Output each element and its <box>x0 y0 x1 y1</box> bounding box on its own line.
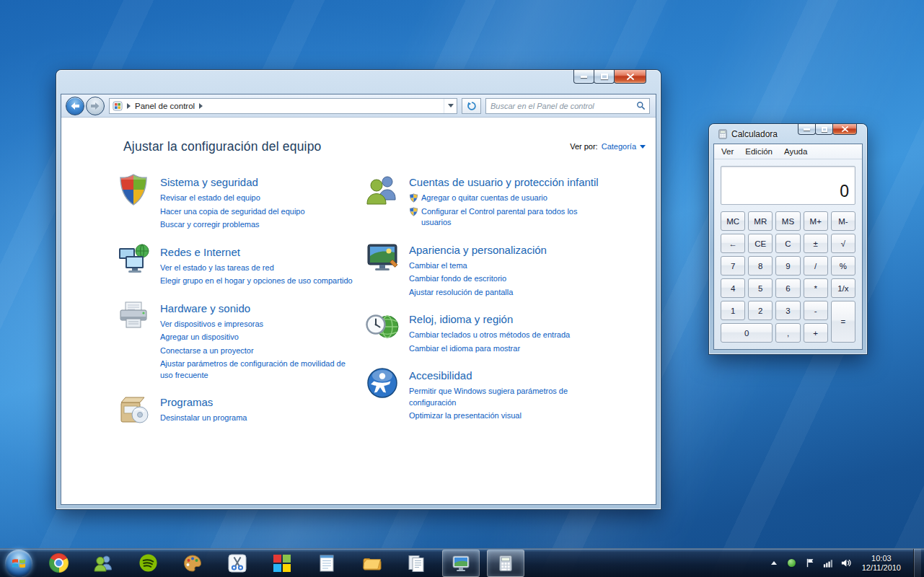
printer-icon[interactable] <box>116 299 151 333</box>
network-button[interactable] <box>822 558 834 569</box>
menu-ver[interactable]: Ver <box>716 145 739 158</box>
key-mc[interactable]: MC <box>721 211 745 231</box>
security-shield-icon[interactable] <box>116 172 151 207</box>
key-divide[interactable]: / <box>804 256 828 276</box>
taskbar-button-snipping-tool[interactable] <box>219 550 256 577</box>
volume-button[interactable] <box>840 558 852 569</box>
taskbar-button-chrome[interactable] <box>40 550 77 577</box>
task-link[interactable]: Optimizar la presentación visual <box>409 410 605 422</box>
key-reciprocal[interactable]: 1/x <box>831 278 855 298</box>
taskbar-button-spotify[interactable] <box>129 550 167 577</box>
category-title[interactable]: Programas <box>160 395 356 409</box>
key-negate[interactable]: ± <box>804 234 828 253</box>
taskbar-button-wordpad[interactable] <box>397 550 435 577</box>
task-link[interactable]: Cambiar el idioma para mostrar <box>409 343 605 355</box>
breadcrumb[interactable]: Panel de control <box>109 98 457 114</box>
taskbar-button-notepad[interactable] <box>308 550 346 577</box>
refresh-button[interactable] <box>462 98 481 114</box>
key-3[interactable]: 3 <box>775 301 800 320</box>
task-link[interactable]: Conectarse a un proyector <box>160 345 356 357</box>
back-button[interactable] <box>66 97 84 115</box>
key-6[interactable]: 6 <box>775 278 800 298</box>
category-title[interactable]: Apariencia y personalización <box>409 243 605 257</box>
task-link[interactable]: Buscar y corregir problemas <box>160 219 356 231</box>
chevron-down-icon[interactable] <box>640 145 646 149</box>
task-link[interactable]: Ver el estado y las tareas de red <box>160 263 356 274</box>
taskbar-button-explorer[interactable] <box>353 550 390 577</box>
key-9[interactable]: 9 <box>775 256 800 276</box>
maximize-button[interactable] <box>594 70 615 84</box>
key-equals[interactable]: = <box>831 301 855 343</box>
task-link[interactable]: Hacer una copia de seguridad del equipo <box>160 206 356 218</box>
accessibility-icon[interactable] <box>365 366 400 400</box>
tray-status-icon[interactable] <box>786 558 798 569</box>
category-title[interactable]: Hardware y sonido <box>160 301 356 315</box>
key-5[interactable]: 5 <box>748 278 773 298</box>
view-by-dropdown[interactable]: Categoría <box>602 142 636 151</box>
search-icon[interactable] <box>636 101 646 110</box>
address-dropdown-button[interactable] <box>444 99 457 113</box>
control-panel-titlebar[interactable] <box>61 70 656 94</box>
key-sqrt[interactable]: √ <box>831 234 855 253</box>
task-link[interactable]: Cambiar teclados u otros métodos de entr… <box>409 330 605 341</box>
task-link[interactable]: Revisar el estado del equipo <box>160 193 356 204</box>
key-1[interactable]: 1 <box>721 301 745 320</box>
task-link[interactable]: Permitir que Windows sugiera parámetros … <box>409 386 605 408</box>
minimize-button[interactable] <box>798 124 816 135</box>
key-percent[interactable]: % <box>831 256 855 276</box>
close-button[interactable] <box>832 124 857 135</box>
task-link[interactable]: Agregar un dispositivo <box>160 332 356 343</box>
key-multiply[interactable]: * <box>804 278 828 298</box>
key-ce[interactable]: CE <box>748 234 773 253</box>
key-c[interactable]: C <box>775 234 800 253</box>
maximize-button[interactable] <box>815 124 833 135</box>
task-link[interactable]: Configurar el Control parental para todo… <box>421 206 605 229</box>
key-minus[interactable]: - <box>804 301 828 320</box>
task-link[interactable]: Ajustar resolución de pantalla <box>409 287 605 299</box>
network-monitors-icon[interactable] <box>116 242 151 277</box>
menu-ayuda[interactable]: Ayuda <box>778 145 813 158</box>
taskbar-button-paint[interactable] <box>174 550 211 577</box>
key-backspace[interactable]: ← <box>721 234 745 253</box>
two-users-icon[interactable] <box>365 172 400 207</box>
category-title[interactable]: Cuentas de usuario y protección infantil <box>409 175 605 189</box>
task-link[interactable]: Agregar o quitar cuentas de usuario <box>421 193 547 204</box>
taskbar-button-messenger[interactable] <box>84 550 122 577</box>
task-link[interactable]: Ver dispositivos e impresoras <box>160 319 356 330</box>
personalization-monitor-icon[interactable] <box>365 240 400 275</box>
key-0[interactable]: 0 <box>721 323 773 343</box>
key-7[interactable]: 7 <box>721 256 745 276</box>
search-input[interactable] <box>490 102 636 110</box>
key-decimal[interactable]: , <box>775 323 800 343</box>
key-8[interactable]: 8 <box>748 256 773 276</box>
hidden-icons-button[interactable] <box>768 558 780 569</box>
close-button[interactable] <box>614 70 646 84</box>
category-title[interactable]: Accesibilidad <box>409 369 605 382</box>
task-link[interactable]: Cambiar el tema <box>409 260 605 272</box>
key-mr[interactable]: MR <box>748 211 773 231</box>
taskbar-button-calculator[interactable] <box>487 550 524 577</box>
key-mplus[interactable]: M+ <box>804 211 828 231</box>
clock-globe-icon[interactable] <box>365 309 400 344</box>
key-ms[interactable]: MS <box>775 211 800 231</box>
key-plus[interactable]: + <box>804 323 828 343</box>
breadcrumb-item[interactable]: Panel de control <box>135 102 195 110</box>
calculator-titlebar[interactable]: Calculadora <box>713 124 863 144</box>
category-title[interactable]: Reloj, idioma y región <box>409 312 605 326</box>
key-4[interactable]: 4 <box>721 278 745 298</box>
show-desktop-button[interactable] <box>913 549 921 577</box>
taskbar-clock[interactable]: 10:03 12/11/2010 <box>862 554 901 573</box>
task-link[interactable]: Desinstalar un programa <box>160 413 356 424</box>
task-link[interactable]: Elegir grupo en el hogar y opciones de u… <box>160 276 356 287</box>
minimize-button[interactable] <box>573 70 594 84</box>
taskbar-button-colors-app[interactable] <box>263 550 301 577</box>
menu-edicion[interactable]: Edición <box>739 145 778 158</box>
task-link[interactable]: Cambiar fondo de escritorio <box>409 273 605 285</box>
start-button[interactable] <box>5 550 32 577</box>
action-center-button[interactable] <box>804 558 816 569</box>
key-2[interactable]: 2 <box>748 301 773 320</box>
taskbar-button-control-panel[interactable] <box>442 550 480 577</box>
software-box-icon[interactable] <box>116 392 151 427</box>
category-title[interactable]: Sistema y seguridad <box>160 175 356 189</box>
task-link[interactable]: Ajustar parámetros de configuración de m… <box>160 358 356 381</box>
